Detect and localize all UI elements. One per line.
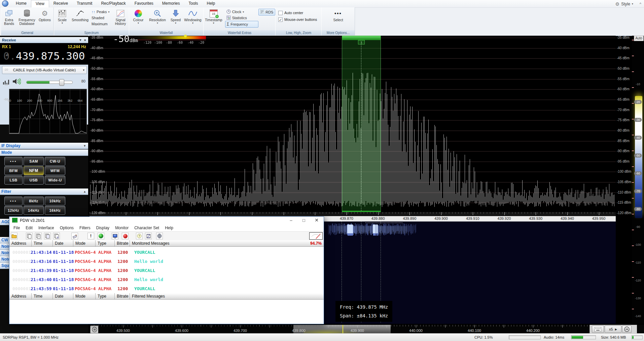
- mode-button-[interactable]: •••: [4, 157, 23, 166]
- mode-button-USB[interactable]: USB: [24, 176, 44, 184]
- options-button[interactable]: ⚙ Options: [37, 8, 52, 22]
- ribbon-collapse-button[interactable]: ^: [640, 2, 641, 6]
- timestamp-button[interactable]: 15 + Timestamp ▾: [204, 8, 223, 24]
- filter-button-[interactable]: •••: [4, 197, 23, 205]
- copy-icon[interactable]: [26, 233, 33, 239]
- zoom-button[interactable]: x5▶: [605, 326, 621, 333]
- frequency-lcd[interactable]: RX 1 12,244 Hz 0.439.875.300: [0, 43, 88, 65]
- band-scale[interactable]: 439.500439.600439.700439.800439.900440.0…: [88, 325, 644, 333]
- alert-icon[interactable]: !: [87, 233, 94, 239]
- statistics-button[interactable]: 9 Statistics: [225, 15, 259, 21]
- column-header-type[interactable]: Type: [96, 293, 115, 299]
- keyboard-entry-button[interactable]: [592, 326, 604, 333]
- mode-button-WideU[interactable]: Wide-U: [45, 176, 65, 184]
- windowing-button[interactable]: Windowing ▾: [183, 8, 202, 24]
- peaks-button[interactable]: ↑↑ Peaks ▾: [90, 9, 112, 15]
- rx-band-top-bar[interactable]: [342, 36, 381, 40]
- column-header-monitored-messages[interactable]: Monitored Messages: [130, 240, 324, 246]
- filter-dialog-icon[interactable]: [145, 233, 152, 239]
- filter-button-8kHz[interactable]: 8kHz: [24, 197, 44, 205]
- mode-button-WFM[interactable]: WFM: [45, 166, 65, 175]
- scale-button[interactable]: Scale ▾: [55, 8, 70, 24]
- filter-button-10kHz[interactable]: 10kHz: [45, 197, 65, 205]
- auto-center-checkbox[interactable]: Auto center: [278, 9, 303, 16]
- maximize-button[interactable]: □: [299, 217, 309, 224]
- menu-character-set[interactable]: Character Set: [134, 226, 159, 230]
- mode-button-SAM[interactable]: SAM: [24, 157, 44, 166]
- section-header-mode[interactable]: Mode: [0, 149, 88, 156]
- speed-button[interactable]: Speed ▾: [168, 8, 183, 24]
- clock-button[interactable]: Clock ▾: [225, 9, 259, 15]
- menu-help[interactable]: Help: [165, 226, 173, 230]
- mode-button-CWU[interactable]: CW-U: [45, 157, 65, 166]
- section-header-if-display[interactable]: IF Display▾: [0, 143, 88, 149]
- band-cycle-button[interactable]: [622, 326, 632, 333]
- save-log-icon[interactable]: [53, 233, 60, 239]
- frequency-readout[interactable]: 0.439.875.300: [0, 50, 88, 62]
- pdw-window[interactable]: PDW v3.2b01 – □ ✕ FileEditInterfaceOptio…: [9, 216, 324, 324]
- tab-memories[interactable]: Memories: [158, 0, 184, 7]
- rds-button[interactable]: RDS: [258, 9, 275, 15]
- column-header-date[interactable]: Date: [53, 293, 73, 299]
- copy-page-icon[interactable]: [35, 233, 42, 239]
- section-header-filter[interactable]: Filter▴: [0, 189, 88, 195]
- filter-button-12kHz[interactable]: 12kHz: [4, 206, 23, 215]
- message-row[interactable]: 000000221:43:4001-11-18POCSAG-4ALPHA1200…: [10, 275, 324, 284]
- rx-band-body[interactable]: [342, 40, 381, 211]
- resolution-button[interactable]: Resolution ▾: [147, 8, 168, 24]
- menu-options[interactable]: Options: [60, 226, 74, 230]
- message-row[interactable]: 000000121:43:1401-11-18POCSAG-4ALPHA1200…: [10, 248, 324, 257]
- extra-bands-button[interactable]: Extra Bands: [1, 8, 17, 26]
- mode-button-BFM[interactable]: BFM: [4, 166, 23, 175]
- column-header-mode[interactable]: Mode: [73, 293, 96, 299]
- rx-band-highlight[interactable]: 1: [342, 36, 381, 215]
- filter-button-16kHz[interactable]: 16kHz: [45, 206, 65, 215]
- close-button[interactable]: ✕: [312, 217, 322, 224]
- menu-monitor[interactable]: Monitor: [115, 226, 129, 230]
- chevron-down-icon[interactable]: ▾: [84, 144, 87, 147]
- smoothing-button[interactable]: Smoothing: [70, 8, 90, 22]
- help-balloon-icon[interactable]: ?: [136, 233, 143, 239]
- mode-button-NFM[interactable]: NFM: [24, 166, 44, 175]
- signal-history-button[interactable]: Signal History: [112, 8, 129, 26]
- tab-transmit[interactable]: Transmit: [72, 0, 97, 7]
- chevron-up-icon[interactable]: ▴: [84, 190, 87, 193]
- colour-button[interactable]: Colour ▾: [130, 8, 147, 24]
- column-header-bitrate[interactable]: Bitrate: [115, 240, 130, 246]
- menu-interface[interactable]: Interface: [38, 226, 54, 230]
- menu-display[interactable]: Display: [96, 226, 109, 230]
- message-row[interactable]: 000000121:43:3901-11-18POCSAG-4ALPHA1200…: [10, 266, 324, 275]
- column-header-address[interactable]: Address: [9, 293, 32, 299]
- message-row[interactable]: 000000221:43:1601-11-18POCSAG-4ALPHA1200…: [10, 257, 324, 266]
- record-icon[interactable]: [122, 233, 129, 239]
- column-header-bitrate[interactable]: Bitrate: [115, 293, 130, 299]
- volume-slider[interactable]: [26, 81, 73, 84]
- column-header-address[interactable]: Address: [9, 240, 32, 246]
- frequency-button[interactable]: Σ Frequency: [225, 21, 259, 28]
- chevron-down-icon[interactable]: ▾: [80, 38, 83, 42]
- globe-icon[interactable]: [156, 233, 163, 239]
- column-header-filtered-messages[interactable]: Filtered Messages: [130, 293, 324, 299]
- menu-edit[interactable]: Edit: [26, 226, 33, 230]
- style-button[interactable]: ⚙ Style ▾ ^: [615, 0, 644, 7]
- column-header-time[interactable]: Time: [32, 240, 53, 246]
- column-header-mode[interactable]: Mode: [73, 240, 96, 246]
- minimize-button[interactable]: –: [286, 217, 296, 224]
- terminal-icon[interactable]: [112, 233, 118, 239]
- message-row[interactable]: 000000121:43:5901-11-18POCSAG-4ALPHA1200…: [10, 284, 324, 293]
- audio-input-select[interactable]: CABLE Input (VB-Audio Virtual Cable) ▾: [2, 66, 87, 74]
- speaker-icon[interactable]: [12, 78, 21, 87]
- open-file-icon[interactable]: [11, 233, 17, 239]
- tab-tools[interactable]: Tools: [184, 0, 203, 7]
- filter-button-14kHz[interactable]: 14kHz: [24, 206, 44, 215]
- mouse-over-buttons-checkbox[interactable]: ✓ Mouse-over buttons: [278, 16, 317, 23]
- frequency-database-button[interactable]: Frequency Database: [17, 8, 37, 26]
- mode-button-LSB[interactable]: LSB: [4, 176, 23, 184]
- tab-home[interactable]: Home: [11, 0, 31, 7]
- column-header-time[interactable]: Time: [32, 293, 53, 299]
- menu-filters[interactable]: Filters: [79, 226, 91, 230]
- tab-help[interactable]: Help: [203, 0, 220, 7]
- select-button[interactable]: ••• Select: [328, 8, 348, 22]
- shaded-button[interactable]: Shaded: [90, 15, 112, 21]
- band-mute-button[interactable]: [90, 326, 99, 333]
